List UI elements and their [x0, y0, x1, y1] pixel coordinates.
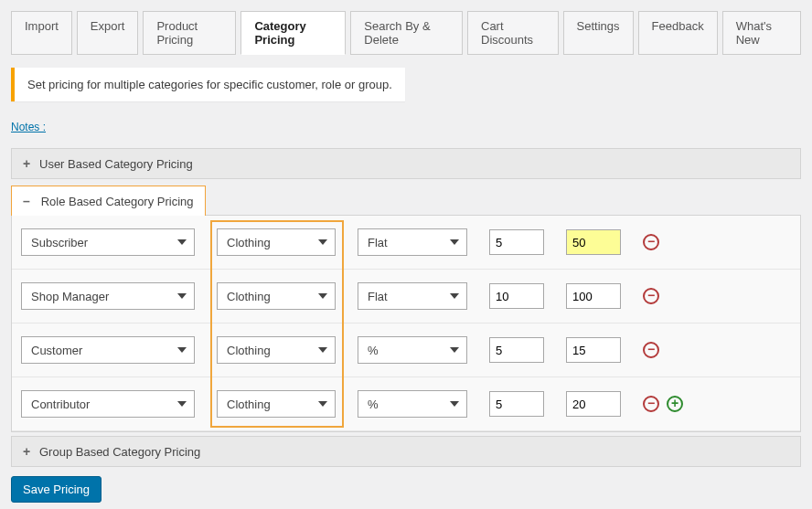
add-row-button[interactable]: + — [667, 396, 683, 412]
accordion-user-label: User Based Category Pricing — [39, 157, 193, 171]
chevron-down-icon — [318, 293, 327, 299]
nav-tabs: ImportExportProduct PricingCategory Pric… — [11, 11, 801, 55]
remove-row-button[interactable]: − — [643, 396, 659, 412]
category-select-value: Clothing — [227, 290, 271, 303]
info-banner: Set pricing for multiple categories for … — [11, 68, 405, 101]
role-select-value: Subscriber — [31, 236, 88, 249]
info-banner-text: Set pricing for multiple categories for … — [27, 78, 392, 91]
chevron-down-icon — [177, 239, 187, 245]
accordion-group-label: Group Based Category Pricing — [39, 445, 200, 459]
chevron-down-icon — [177, 401, 187, 407]
price-input[interactable] — [566, 283, 621, 309]
tab-category-pricing[interactable]: Category Pricing — [240, 11, 346, 55]
price-type-value: Flat — [368, 290, 388, 303]
accordion-group-header[interactable]: + Group Based Category Pricing — [12, 437, 800, 466]
tab-settings[interactable]: Settings — [563, 11, 634, 55]
plus-icon: + — [671, 397, 678, 409]
row-actions: − — [643, 342, 659, 358]
min-qty-input[interactable] — [489, 229, 544, 255]
role-select-value: Shop Manager — [31, 290, 109, 303]
accordion-group: + Group Based Category Pricing — [11, 436, 801, 467]
price-type-value: % — [368, 344, 379, 357]
price-input[interactable] — [566, 337, 621, 363]
min-qty-input[interactable] — [489, 337, 544, 363]
admin-page: ImportExportProduct PricingCategory Pric… — [0, 0, 812, 509]
tab-import[interactable]: Import — [11, 11, 72, 55]
accordion-role-header[interactable]: – Role Based Category Pricing — [11, 186, 206, 216]
minus-icon: − — [647, 343, 655, 355]
remove-row-button[interactable]: − — [643, 234, 659, 250]
chevron-down-icon — [177, 293, 187, 299]
tab-what-s-new[interactable]: What's New — [722, 11, 801, 55]
pricing-row-inner: SubscriberClothingFlat− — [21, 228, 791, 256]
accordion-role-label: Role Based Category Pricing — [41, 195, 194, 208]
accordion-role: – Role Based Category Pricing Subscriber… — [11, 185, 801, 432]
pricing-row: CustomerClothing%− — [12, 323, 800, 377]
price-input[interactable] — [566, 391, 621, 417]
tab-export[interactable]: Export — [77, 11, 139, 55]
price-input[interactable] — [566, 229, 621, 255]
pricing-row: Shop ManagerClothingFlat− — [12, 270, 800, 323]
minus-icon: − — [647, 235, 655, 248]
row-actions: − — [643, 288, 659, 304]
category-select-value: Clothing — [227, 236, 271, 249]
chevron-down-icon — [450, 239, 459, 245]
tab-feedback[interactable]: Feedback — [638, 11, 718, 55]
role-select[interactable]: Subscriber — [21, 228, 195, 256]
price-type-select[interactable]: Flat — [358, 282, 467, 310]
plus-icon: + — [23, 156, 32, 171]
pricing-row-inner: CustomerClothing%− — [21, 336, 791, 364]
role-select-value: Contributor — [31, 398, 90, 411]
row-actions: −+ — [643, 396, 683, 412]
accordion-user-header[interactable]: + User Based Category Pricing — [12, 149, 800, 178]
minus-icon: − — [647, 289, 655, 302]
chevron-down-icon — [450, 401, 459, 407]
accordion-role-body: SubscriberClothingFlat−Shop ManagerCloth… — [11, 215, 801, 432]
price-type-select[interactable]: Flat — [358, 228, 467, 256]
remove-row-button[interactable]: − — [643, 288, 659, 304]
minus-icon: − — [647, 397, 655, 409]
price-type-value: Flat — [368, 236, 388, 249]
pricing-row: ContributorClothing%−+ — [12, 377, 800, 431]
chevron-down-icon — [450, 293, 459, 299]
chevron-down-icon — [318, 239, 327, 245]
role-select[interactable]: Shop Manager — [21, 282, 195, 310]
minus-icon: – — [23, 194, 32, 208]
remove-row-button[interactable]: − — [643, 342, 659, 358]
accordion-user: + User Based Category Pricing — [11, 148, 801, 179]
role-select[interactable]: Contributor — [21, 390, 195, 418]
min-qty-input[interactable] — [489, 283, 544, 309]
chevron-down-icon — [318, 347, 327, 353]
chevron-down-icon — [177, 347, 187, 353]
pricing-row-inner: Shop ManagerClothingFlat− — [21, 282, 791, 310]
category-select[interactable]: Clothing — [217, 390, 336, 418]
price-type-select[interactable]: % — [358, 390, 467, 418]
tab-cart-discounts[interactable]: Cart Discounts — [467, 11, 559, 55]
chevron-down-icon — [450, 347, 459, 353]
pricing-row-inner: ContributorClothing%−+ — [21, 390, 791, 418]
role-select-value: Customer — [31, 344, 82, 357]
tab-search-by-delete[interactable]: Search By & Delete — [350, 11, 463, 55]
save-pricing-button[interactable]: Save Pricing — [11, 476, 102, 503]
plus-icon: + — [23, 444, 32, 459]
tab-product-pricing[interactable]: Product Pricing — [143, 11, 236, 55]
price-type-select[interactable]: % — [358, 336, 467, 364]
price-type-value: % — [368, 398, 379, 411]
category-select[interactable]: Clothing — [217, 336, 336, 364]
pricing-row: SubscriberClothingFlat− — [12, 216, 800, 270]
notes-link[interactable]: Notes : — [11, 121, 46, 133]
category-select[interactable]: Clothing — [217, 228, 336, 256]
role-select[interactable]: Customer — [21, 336, 195, 364]
category-select[interactable]: Clothing — [217, 282, 336, 310]
min-qty-input[interactable] — [489, 391, 544, 417]
category-select-value: Clothing — [227, 344, 271, 357]
row-actions: − — [643, 234, 659, 250]
category-select-value: Clothing — [227, 398, 271, 411]
chevron-down-icon — [318, 401, 327, 407]
